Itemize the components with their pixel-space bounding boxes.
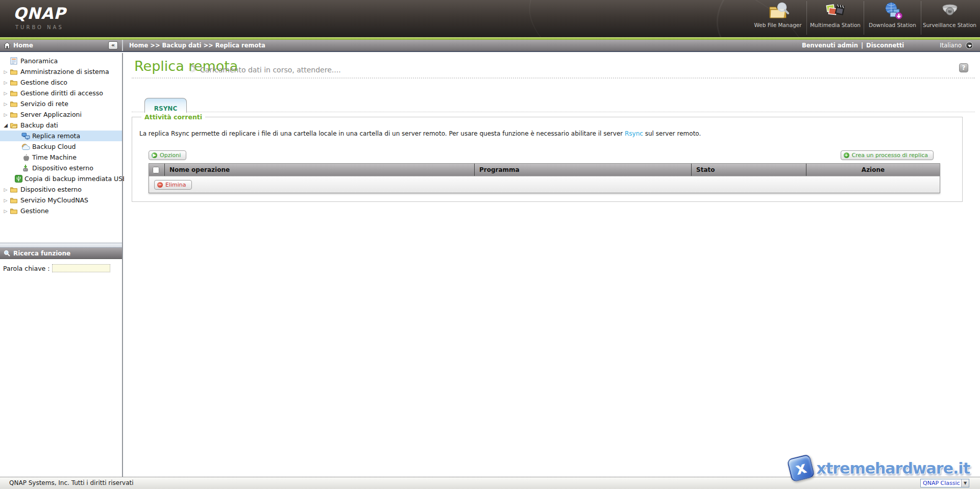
cloud-backup-icon: [21, 143, 30, 150]
tab-rsync[interactable]: RSYNC: [144, 98, 187, 113]
folder-icon: [9, 111, 18, 118]
folder-icon: [9, 207, 18, 215]
tab-strip: RSYNC: [132, 98, 975, 112]
sidebar-item-gestione-diritti-di-accesso[interactable]: ▷ Gestione diritti di accesso: [0, 88, 122, 98]
loading-text: Caricamento dati in corso, attendere....: [200, 66, 341, 74]
remote-replication-icon: [21, 133, 30, 140]
sidebar-item-gestione[interactable]: ▷ Gestione: [0, 205, 122, 216]
column-header-azione: Azione: [806, 164, 940, 176]
create-replication-job-button[interactable]: + Crea un processo di replica: [841, 150, 934, 160]
delete-button[interactable]: − Elimina: [154, 180, 192, 190]
station-label: Multimedia Station: [810, 22, 861, 28]
sidebar-splitter[interactable]: [0, 243, 122, 248]
sidebar-item-gestione-disco[interactable]: ▷ Gestione disco: [0, 77, 122, 88]
sidebar-item-replica-remota[interactable]: Replica remota: [0, 131, 122, 141]
table-toolbar-row: − Elimina: [149, 176, 940, 193]
language-dropdown-icon[interactable]: [966, 42, 973, 49]
external-device-icon: [21, 164, 30, 172]
keyword-input[interactable]: [52, 264, 110, 272]
title-divider: [132, 78, 975, 79]
expander-expanded-icon[interactable]: ◢: [3, 122, 9, 128]
keyword-label: Parola chiave :: [3, 265, 50, 272]
web-file-manager-button[interactable]: Web File Manager: [749, 1, 806, 35]
arrow-circle-icon: ▶: [152, 152, 157, 158]
header-checkbox-cell: [149, 164, 164, 176]
column-header-stato: Stato: [691, 164, 806, 176]
sidebar-item-dispositivo-esterno[interactable]: Dispositivo esterno: [0, 163, 122, 173]
options-button[interactable]: ▶ Opzioni: [149, 150, 186, 160]
skin-selector-value: QNAP Classic: [921, 480, 961, 486]
rsync-link[interactable]: Rsync: [625, 130, 643, 137]
sidebar-item-backup-dati[interactable]: ◢ Backup dati: [0, 120, 122, 131]
expander-collapsed-icon[interactable]: ▷: [3, 80, 9, 85]
sidebar-item-time-machine[interactable]: Time Machine: [0, 152, 122, 163]
sidebar-item-dispositivo-esterno-folder[interactable]: ▷ Dispositivo esterno: [0, 184, 122, 195]
sidebar-item-servizio-mycloudnas[interactable]: ▷ Servizio MyCloudNAS: [0, 195, 122, 205]
sidebar-item-panoramica[interactable]: Panoramica: [0, 56, 122, 66]
section-legend: Attività correnti: [141, 113, 205, 121]
folder-icon: [9, 79, 18, 86]
sidebar-item-amministrazione-di-sistema[interactable]: ▷ Amministrazione di sistema: [0, 66, 122, 77]
station-label: Web File Manager: [754, 22, 801, 28]
separator-text: |: [861, 42, 863, 49]
replication-jobs-table: Nome operazione Programma Stato Azione −…: [149, 163, 940, 193]
folder-icon: [9, 89, 18, 97]
expander-collapsed-icon[interactable]: ▷: [3, 101, 9, 107]
sidebar-item-servizio-di-rete[interactable]: ▷ Servizio di rete: [0, 98, 122, 109]
expander-collapsed-icon[interactable]: ▷: [3, 91, 9, 96]
skin-selector[interactable]: QNAP Classic ▼: [920, 479, 969, 487]
station-launcher-bar: Web File Manager Multimedi: [749, 0, 978, 37]
folder-icon: [9, 196, 18, 204]
table-header-row: Nome operazione Programma Stato Azione: [149, 164, 940, 176]
xtremehardware-logo-icon: x: [787, 454, 815, 482]
rsync-description: La replica Rsync permette di replicare i…: [139, 130, 701, 137]
qnap-app-window: QNAP TURBO NAS Web File Manager: [0, 0, 980, 489]
minus-circle-icon: −: [157, 182, 163, 188]
download-station-icon: [881, 1, 904, 21]
spinner-icon: [188, 64, 197, 75]
help-button[interactable]: ?: [959, 63, 968, 72]
app-header: QNAP TURBO NAS Web File Manager: [0, 0, 980, 37]
topbar: Home « Home >> Backup dati >> Replica re…: [0, 40, 980, 52]
function-search-header: Ricerca funzione: [0, 248, 122, 259]
sidebar-header-title: Home: [13, 42, 33, 49]
usb-copy-icon: [15, 175, 22, 183]
overview-icon: [9, 57, 18, 65]
multimedia-station-button[interactable]: Multimedia Station: [806, 1, 864, 35]
sidebar-item-server-applicazioni[interactable]: ▷ Server Applicazioni: [0, 109, 122, 120]
logout-link[interactable]: Disconnetti: [866, 42, 904, 49]
collapse-sidebar-button[interactable]: «: [108, 41, 118, 49]
current-activities-section: Attività correnti La replica Rsync perme…: [132, 117, 963, 202]
expander-collapsed-icon[interactable]: ▷: [3, 187, 9, 192]
search-icon: [4, 250, 10, 256]
folder-icon: [9, 100, 18, 108]
turbo-nas-label: TURBO NAS: [15, 24, 64, 30]
apple-icon: [21, 153, 30, 162]
expander-collapsed-icon[interactable]: ▷: [3, 112, 9, 117]
folder-icon: [9, 186, 18, 193]
topbar-user-area: Benvenuti admin | Disconnetti Italiano: [802, 42, 973, 49]
navigation-tree: Panoramica ▷ Amministrazione di sistema …: [0, 53, 122, 216]
select-all-checkbox[interactable]: [153, 167, 159, 173]
description-text: sul server remoto.: [643, 130, 701, 137]
station-label: Surveillance Station: [923, 22, 976, 28]
sidebar-item-copia-backup-usb[interactable]: Copia di backup immediata USB: [0, 173, 122, 184]
loading-indicator: Caricamento dati in corso, attendere....: [188, 64, 341, 75]
download-station-button[interactable]: Download Station: [864, 1, 921, 35]
expander-collapsed-icon[interactable]: ▷: [3, 69, 9, 74]
expander-collapsed-icon[interactable]: ▷: [3, 209, 9, 214]
function-search-title: Ricerca funzione: [13, 250, 70, 257]
copyright-text: QNAP Systems, Inc. Tutti i diritti riser…: [9, 479, 134, 486]
expander-collapsed-icon[interactable]: ▷: [3, 198, 9, 203]
column-header-nome-operazione: Nome operazione: [164, 164, 474, 176]
folder-icon: [9, 68, 18, 75]
surveillance-station-button[interactable]: Surveillance Station: [921, 1, 978, 35]
description-text: La replica Rsync permette di replicare i…: [139, 130, 625, 137]
welcome-text: Benvenuti admin: [802, 42, 858, 49]
surveillance-station-icon: [939, 1, 961, 21]
dropdown-arrow-icon: ▼: [961, 479, 969, 487]
sidebar: Panoramica ▷ Amministrazione di sistema …: [0, 53, 123, 477]
language-label[interactable]: Italiano: [940, 42, 962, 49]
sidebar-item-backup-cloud[interactable]: Backup Cloud: [0, 141, 122, 152]
multimedia-station-icon: [824, 1, 847, 21]
